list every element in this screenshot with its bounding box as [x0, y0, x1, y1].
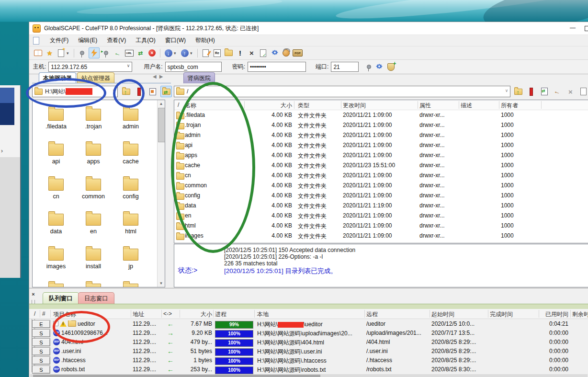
local-scrollbar[interactable] [157, 100, 165, 287]
remote-file-row[interactable]: .filedata4.00 KB文件文件夹2020/11/21 1:09:00d… [174, 110, 588, 120]
column-desc[interactable]: 描述 [461, 102, 472, 110]
password-input[interactable] [248, 62, 306, 72]
execute-button[interactable] [235, 48, 245, 58]
remote-cancel-button[interactable] [565, 86, 576, 97]
remote-file-row[interactable]: api4.00 KB文件文件夹2020/11/21 1:09:00drwxr-x… [174, 140, 588, 150]
queue-horizontal-scrollbar[interactable] [30, 374, 588, 377]
remote-file-row[interactable]: en4.00 KB文件文件夹2020/11/21 1:09:00drwxr-xr… [174, 211, 588, 221]
remote-goto-button[interactable] [553, 86, 563, 97]
pgp-button[interactable]: PGP [293, 48, 303, 58]
local-folder-item[interactable]: jp [112, 244, 149, 279]
local-folder-item-partial[interactable] [37, 279, 75, 287]
remote-list-header[interactable]: / 名称 大小 类型 更改时间 属性 描述 所有者 [174, 100, 588, 110]
edit-file-button[interactable] [201, 48, 211, 58]
qcolumn-finish[interactable]: 完成时间 [490, 310, 513, 319]
connection-wizard-button[interactable] [33, 48, 43, 58]
refresh-button[interactable] [136, 48, 146, 58]
column-attrs[interactable]: 属性 [419, 102, 431, 110]
tab-queue-window[interactable]: 队列窗口 [43, 292, 79, 304]
local-folder-item[interactable]: api [37, 139, 75, 174]
qcolumn-remote[interactable]: 远程 [366, 310, 378, 319]
remote-up-folder-button[interactable] [513, 86, 523, 97]
minimize-button[interactable] [565, 22, 581, 34]
quick-connect-pin-icon[interactable] [367, 65, 371, 69]
remote-file-row[interactable]: data4.00 KB文件文件夹2020/11/21 1:19:00drwxr-… [174, 201, 588, 211]
queue-row[interactable]: Eueditor112.29....←7.67 MB99%H:\网站\\uedi… [29, 320, 588, 329]
menu-item[interactable]: 工具(O) [131, 37, 160, 44]
remote-file-row[interactable]: apps4.00 KB文件文件夹2020/11/21 1:09:00drwxr-… [174, 150, 588, 160]
local-folder-item[interactable]: .trojan [75, 104, 112, 139]
site-wizard-button[interactable] [45, 48, 55, 58]
remote-file-row[interactable]: html4.00 KB文件文件夹2020/11/21 1:09:00drwxr-… [174, 221, 588, 231]
qcolumn-remaining[interactable]: 剩余时间 [572, 310, 588, 319]
local-folder-item[interactable]: data [37, 209, 75, 244]
local-bookmark-button[interactable] [134, 86, 145, 97]
remote-file-row[interactable]: .trojan4.00 KB文件文件夹2020/11/21 1:09:00drw… [174, 120, 588, 130]
tab-scroll-arrows[interactable] [153, 74, 166, 79]
local-folder-item[interactable]: admin [112, 104, 149, 139]
goto-folder-button[interactable] [113, 48, 123, 58]
host-combo[interactable] [48, 62, 132, 72]
maximize-button[interactable] [585, 26, 588, 31]
remote-bookmark-button[interactable] [526, 86, 536, 97]
download-button[interactable] [163, 48, 173, 58]
tab-remote-site[interactable]: 肾病医院 [183, 72, 215, 83]
new-site-dropdown[interactable] [67, 51, 71, 56]
delete-button[interactable] [247, 48, 257, 58]
username-input[interactable] [165, 62, 222, 72]
queue-header[interactable]: / # 项目名称 地址 <-> 大小 进程 本地 远程 起始时间 完成时间 已用… [29, 309, 588, 319]
remote-file-row[interactable]: config4.00 KB文件文件夹2020/11/21 1:09:00drwx… [174, 191, 588, 201]
local-folder-item[interactable]: html [112, 209, 149, 244]
qcolumn-direction[interactable]: <-> [163, 310, 172, 317]
connection-settings-gear-icon[interactable] [375, 63, 383, 71]
scroll-up-icon[interactable] [158, 100, 165, 107]
new-site-button[interactable] [56, 48, 66, 58]
local-folder-item[interactable]: config [112, 174, 149, 209]
tab-site-manager[interactable]: 站点管理器 [77, 72, 114, 83]
tab-log-window[interactable]: 日志窗口 [78, 292, 114, 304]
rename-button[interactable]: Re [212, 48, 222, 58]
local-view-button[interactable] [147, 86, 158, 97]
qcolumn-item[interactable]: 项目名称 [53, 310, 76, 319]
column-size[interactable]: 大小 [246, 102, 292, 110]
queue-row[interactable]: SSKIP404.html112.29....←479 by...100%H:\… [29, 338, 588, 347]
queue-row[interactable]: SSKIP.user.ini112.29....←51 bytes100%H:\… [29, 347, 588, 356]
qcolumn-elapsed[interactable]: 已用时间 [541, 310, 568, 319]
local-folder-item[interactable]: en [75, 209, 112, 244]
local-folder-item[interactable]: .filedata [37, 104, 75, 139]
queue-status-button[interactable]: S [32, 338, 50, 346]
download-dropdown[interactable] [174, 51, 178, 56]
queue-close-icon[interactable] [30, 291, 36, 297]
column-modified[interactable]: 更改时间 [343, 102, 366, 110]
local-sync-button[interactable] [160, 86, 172, 97]
remote-file-row[interactable]: cache4.00 KB文件文件夹2020/11/23 15:51:00drwx… [174, 160, 588, 171]
local-folder-item-partial[interactable] [75, 279, 112, 287]
menu-item[interactable]: 文件(F) [45, 37, 73, 44]
local-path-combo[interactable]: H:\网站\ [32, 86, 118, 97]
local-folder-item-partial[interactable] [112, 279, 149, 287]
queue-status-button[interactable]: S [32, 356, 50, 365]
stop-button[interactable] [147, 48, 157, 58]
expand-icon[interactable] [53, 321, 58, 326]
queue-status-button[interactable]: E [32, 320, 50, 328]
menu-item[interactable]: 帮助(H) [191, 37, 220, 44]
settings-button[interactable] [270, 48, 280, 58]
qcolumn-local[interactable]: 本地 [257, 310, 269, 319]
reconnect-button[interactable] [101, 48, 111, 58]
column-type[interactable]: 类型 [298, 102, 309, 110]
host-input[interactable] [48, 62, 132, 72]
connect-button[interactable] [89, 47, 100, 58]
remote-file-row[interactable]: cn4.00 KB文件文件夹2020/11/21 1:09:00drwxr-xr… [174, 171, 588, 181]
upload-dropdown[interactable] [190, 51, 194, 56]
queue-row[interactable]: SSKIProbots.txt112.29....←253 by...100%H… [29, 365, 588, 374]
local-folder-item[interactable]: install [75, 244, 112, 279]
qcolumn-num[interactable]: # [42, 310, 45, 317]
local-folder-item[interactable]: common [75, 174, 112, 209]
local-folder-item[interactable]: images [37, 244, 75, 279]
remote-file-row[interactable]: images4.00 KB文件文件夹2020/11/21 1:09:00drwx… [174, 231, 588, 241]
column-owner[interactable]: 所有者 [501, 102, 518, 110]
scroll-thumb[interactable] [33, 375, 320, 377]
remote-refresh-button[interactable] [540, 86, 550, 97]
remote-filter-button[interactable] [578, 86, 588, 97]
menu-item[interactable]: 查看(V) [102, 37, 131, 44]
